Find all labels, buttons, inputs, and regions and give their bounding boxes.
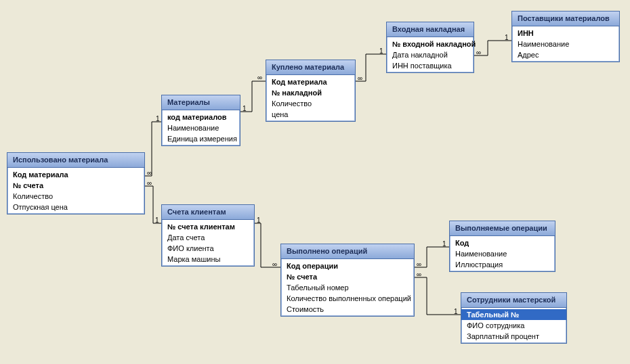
card-inf: ∞ [417, 271, 421, 278]
card-1: 1 [442, 240, 446, 248]
table-row[interactable]: № счета клиентам [162, 221, 254, 232]
table-row[interactable]: ФИО сотрудника [461, 320, 566, 331]
table-row[interactable]: Количество [266, 98, 355, 109]
table-row[interactable]: ИНН поставщика [387, 60, 474, 71]
card-inf: ∞ [272, 260, 277, 268]
table-body: Код материала № счета Количество Отпускн… [7, 168, 144, 214]
table-row[interactable]: цена [266, 109, 355, 120]
table-row[interactable]: Наименование [512, 39, 619, 49]
table-row[interactable]: Марка машины [162, 254, 254, 265]
table-title: Использовано материала [7, 153, 144, 168]
table-body: Табельный № ФИО сотрудника Зарплатный пр… [461, 308, 566, 343]
table-row[interactable]: № входной накладной [387, 39, 474, 49]
card-1: 1 [243, 105, 247, 112]
table-used-material[interactable]: Использовано материала Код материала № с… [7, 152, 145, 214]
table-title: Поставщики материалов [512, 12, 619, 26]
table-incoming-invoice[interactable]: Входная накладная № входной накладной Да… [386, 22, 474, 73]
table-operations-list[interactable]: Выполняемые операции Код Наименование Ил… [449, 221, 555, 272]
table-title: Сотрудники мастерской [461, 293, 566, 308]
card-1: 1 [155, 217, 159, 224]
table-row[interactable]: Код материала [7, 169, 144, 180]
card-1: 1 [156, 115, 160, 122]
table-row[interactable]: № счета [281, 271, 414, 282]
table-body: № входной накладной Дата накладной ИНН п… [387, 37, 474, 72]
card-inf: ∞ [147, 169, 152, 177]
table-row[interactable]: Табельный номер [281, 282, 414, 293]
diagram-canvas[interactable]: ∞ 1 1 ∞ ∞ 1 ∞ 1 ∞ 1 1 ∞ ∞ 1 ∞ 1 Использо… [0, 0, 630, 364]
table-row[interactable]: Код [450, 237, 555, 248]
table-row[interactable]: ИНН [512, 28, 619, 39]
table-workshop-staff[interactable]: Сотрудники мастерской Табельный № ФИО со… [461, 292, 567, 344]
card-1: 1 [379, 47, 383, 55]
table-body: Код операции № счета Табельный номер Кол… [281, 259, 414, 316]
table-row[interactable]: ФИО клиента [162, 243, 254, 254]
card-inf: ∞ [417, 260, 421, 268]
table-row[interactable]: Адрес [512, 49, 619, 60]
table-row[interactable]: № счета [7, 180, 144, 191]
table-title: Счета клиентам [162, 205, 254, 220]
table-row[interactable]: Иллюстрация [450, 259, 555, 270]
table-row[interactable]: Единица измерения [162, 133, 240, 144]
table-row[interactable]: Код материала [266, 76, 355, 87]
table-title: Куплено материала [266, 60, 355, 75]
table-title: Выполняемые операции [450, 221, 555, 236]
table-row[interactable]: № накладной [266, 87, 355, 98]
table-body: Код материала № накладной Количество цен… [266, 75, 355, 121]
table-body: код материалов Наименование Единица изме… [162, 110, 240, 145]
table-row[interactable]: Наименование [450, 248, 555, 259]
card-inf: ∞ [476, 49, 481, 56]
table-title: Входная накладная [387, 22, 474, 37]
card-inf: ∞ [147, 179, 152, 187]
card-1: 1 [454, 308, 458, 315]
table-client-accounts[interactable]: Счета клиентам № счета клиентам Дата сче… [161, 204, 255, 267]
table-row[interactable]: Количество [7, 191, 144, 202]
table-body: № счета клиентам Дата счета ФИО клиента … [162, 220, 254, 266]
table-row[interactable]: Наименование [162, 122, 240, 133]
table-body: ИНН Наименование Адрес [512, 26, 619, 62]
table-row[interactable]: Дата накладной [387, 49, 474, 60]
table-performed-operations[interactable]: Выполнено операций Код операции № счета … [280, 244, 415, 317]
table-row[interactable]: код материалов [162, 112, 240, 122]
table-title: Материалы [162, 95, 240, 110]
table-title: Выполнено операций [281, 244, 414, 259]
card-1: 1 [505, 34, 509, 41]
table-row[interactable]: Код операции [281, 260, 414, 271]
table-materials[interactable]: Материалы код материалов Наименование Ед… [161, 95, 240, 146]
table-row[interactable]: Дата счета [162, 232, 254, 243]
card-inf: ∞ [358, 74, 362, 82]
table-row[interactable]: Отпускная цена [7, 202, 144, 212]
table-bought-material[interactable]: Куплено материала Код материала № наклад… [266, 60, 356, 122]
table-row[interactable]: Стоимость [281, 304, 414, 315]
table-suppliers[interactable]: Поставщики материалов ИНН Наименование А… [511, 11, 620, 62]
card-1: 1 [257, 217, 261, 224]
card-inf: ∞ [257, 74, 262, 81]
table-row[interactable]: Количество выполненных операций [281, 293, 414, 304]
table-body: Код Наименование Иллюстрация [450, 236, 555, 271]
table-row[interactable]: Зарплатный процент [461, 331, 566, 342]
table-row[interactable]: Табельный № [461, 309, 566, 320]
